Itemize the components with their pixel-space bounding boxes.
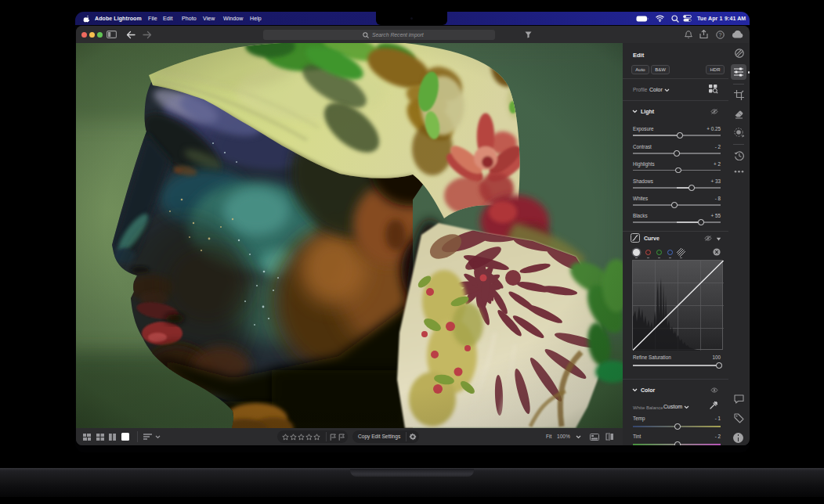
svg-text:?: ? [719, 32, 722, 38]
